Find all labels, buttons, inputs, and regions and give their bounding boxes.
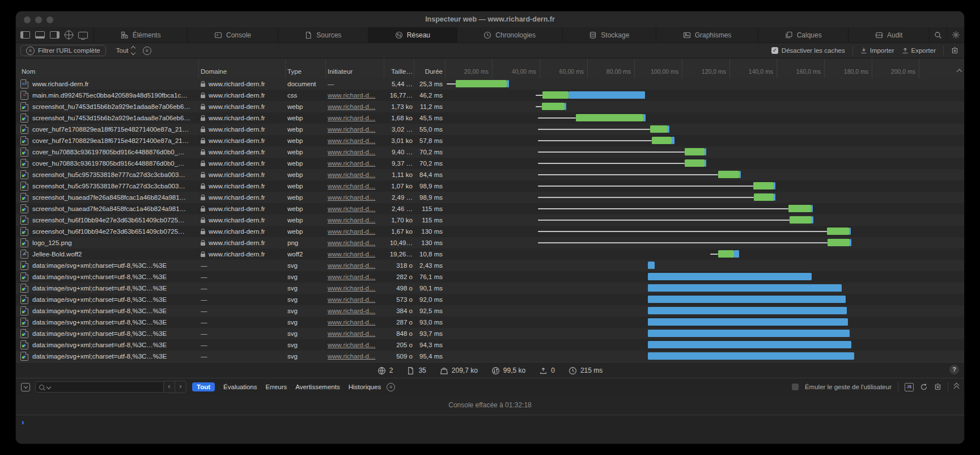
settings-button[interactable] xyxy=(947,27,964,43)
column-header-duree[interactable]: Durée xyxy=(414,68,443,75)
javascript-context-icon[interactable]: JS xyxy=(905,383,914,391)
import-button[interactable]: Importer xyxy=(860,47,894,54)
waterfall-wait-line xyxy=(538,151,685,153)
console-scope-avertissements[interactable]: Avertissements xyxy=(295,384,340,390)
timeline-tick-label: 120,0 ms xyxy=(684,68,726,75)
disable-caches-checkbox[interactable]: ✓ xyxy=(771,47,778,54)
export-icon xyxy=(902,47,909,54)
help-button[interactable]: ? xyxy=(949,365,959,374)
table-row[interactable]: screenshot_hu6f10bb94e27e3d63b651409cb07… xyxy=(16,226,964,237)
tab-timelines[interactable]: Chronologies xyxy=(457,27,563,43)
dock-right-icon[interactable] xyxy=(50,31,60,39)
previous-result-button[interactable]: ‹ xyxy=(164,381,175,393)
column-header-initiateur[interactable]: Initiateur xyxy=(328,68,353,75)
tab-audit[interactable]: Audit xyxy=(849,27,930,43)
console-scope-historiques[interactable]: Historiques xyxy=(349,384,381,390)
tab-sources[interactable]: Sources xyxy=(278,27,368,43)
waterfall-cell xyxy=(16,101,964,112)
table-row[interactable]: screenshot_hu7453d15b6b2a929e1adaa8e7a06… xyxy=(16,101,964,112)
emulate-user-gesture-checkbox[interactable] xyxy=(792,384,799,390)
url-filter-input[interactable]: ≡ Filtrer l'URL complète xyxy=(20,45,106,56)
table-row[interactable]: screenshot_hu5c957353818e777ca27d3c3cba0… xyxy=(16,180,964,192)
table-row[interactable]: data:image/svg+xml;charset=utf-8,%3C…%3E… xyxy=(16,294,964,305)
waterfall-transfer-bar xyxy=(734,250,739,258)
tab-elements[interactable]: Éléments xyxy=(94,27,188,43)
table-row[interactable]: ≡main.min.d9924575ec0bba420589a48d5190fb… xyxy=(16,90,964,101)
resource-type-value: Tout xyxy=(116,47,129,54)
console-scope-tout[interactable]: Tout xyxy=(192,382,215,391)
table-row[interactable]: screenshot_huaead7fe26a8458fcac1a46b824a… xyxy=(16,203,964,214)
waterfall-wait-line xyxy=(536,106,542,107)
resource-type-select[interactable]: Tout xyxy=(116,47,135,54)
table-row[interactable]: screenshot_hu5c957353818e777ca27d3c3cba0… xyxy=(16,169,964,180)
network-requests-table: <>www.richard-dern.frwww.richard-dern.fr… xyxy=(16,78,964,362)
table-row[interactable]: screenshot_huaead7fe26a8458fcac1a46b824a… xyxy=(16,192,964,203)
dock-bottom-icon[interactable] xyxy=(35,31,45,39)
timeline-tick-label: 180,0 ms xyxy=(826,68,868,75)
waterfall-response-bar xyxy=(576,114,643,121)
tab-graphics[interactable]: Graphismes xyxy=(656,27,758,43)
divider xyxy=(852,46,853,55)
waterfall-transfer-bar xyxy=(648,273,812,280)
table-row[interactable]: data:image/svg+xml;charset=utf-8,%3C…%3E… xyxy=(16,305,964,317)
filter-options-icon[interactable]: ≡ xyxy=(143,47,151,55)
table-row[interactable]: AJellee-Bold.woff2www.richard-dern.frwof… xyxy=(16,248,964,260)
waterfall-response-bar xyxy=(718,171,739,178)
table-row[interactable]: logo_125.pngwww.richard-dern.frpngwww.ri… xyxy=(16,237,964,248)
console-prompt-row[interactable]: › xyxy=(16,415,964,431)
waterfall-response-bar xyxy=(456,80,507,87)
console-input-area[interactable] xyxy=(16,431,964,444)
console-search-input[interactable] xyxy=(35,381,164,393)
device-icon[interactable] xyxy=(78,32,88,39)
waterfall-cell xyxy=(16,124,964,135)
expand-console-icon[interactable] xyxy=(954,384,958,390)
column-header-domaine[interactable]: Domaine xyxy=(201,68,227,75)
column-header-nom[interactable]: Nom xyxy=(22,68,35,75)
column-header-taille[interactable]: Taille… xyxy=(384,68,413,75)
waterfall-transfer-bar xyxy=(774,193,775,201)
table-row[interactable]: data:image/svg+xml;charset=utf-8,%3C…%3E… xyxy=(16,283,964,294)
export-label: Exporter xyxy=(911,47,936,54)
web-inspector-window: Inspecteur web — www.richard-dern.fr Élé… xyxy=(16,11,964,444)
tab-network[interactable]: Réseau xyxy=(368,27,457,43)
dock-left-icon[interactable] xyxy=(20,31,30,39)
network-status-bar: 235209,7 ko99,5 ko0215 ms? xyxy=(16,362,964,378)
table-header: Nom Domaine Type Initiateur Taille… Duré… xyxy=(16,58,964,79)
tab-layers[interactable]: Calques xyxy=(758,27,849,43)
console-scope-évaluations[interactable]: Évaluations xyxy=(223,384,257,390)
next-result-button[interactable]: › xyxy=(175,381,186,393)
table-row[interactable]: cover_huf7e1708829ea18f6715e48271400e87a… xyxy=(16,124,964,135)
element-picker-icon[interactable] xyxy=(65,31,73,39)
table-row[interactable]: cover_hu70883c936197805bd916c4488876d0b0… xyxy=(16,146,964,158)
timelines-icon xyxy=(483,31,491,39)
search-nav-buttons: ‹ › xyxy=(164,381,186,393)
console-filter-icon[interactable]: ≡ xyxy=(387,383,395,391)
table-row[interactable]: data:image/svg+xml;charset=utf-8,%3C…%3E… xyxy=(16,351,964,362)
tab-console[interactable]: Console xyxy=(188,27,278,43)
table-row[interactable]: screenshot_hu6f10bb94e27e3d63b651409cb07… xyxy=(16,214,964,226)
clear-console-button[interactable] xyxy=(934,383,941,391)
scroll-up-icon[interactable] xyxy=(957,69,962,75)
select-arrows-icon xyxy=(131,47,135,54)
timeline-tick-line xyxy=(587,58,588,78)
table-row[interactable]: cover_huf7e1708829ea18f6715e48271400e87a… xyxy=(16,135,964,146)
table-row[interactable]: data:image/svg+xml;charset=utf-8,%3C…%3E… xyxy=(16,317,964,328)
console-scope-erreurs[interactable]: Erreurs xyxy=(266,384,287,390)
search-button[interactable] xyxy=(930,27,947,43)
column-header-type[interactable]: Type xyxy=(287,68,302,75)
document-icon xyxy=(406,366,415,375)
waterfall-transfer-bar xyxy=(849,228,851,235)
reload-icon[interactable] xyxy=(920,383,928,391)
tab-storage[interactable]: Stockage xyxy=(563,27,656,43)
clear-network-items-button[interactable] xyxy=(951,47,958,55)
table-row[interactable]: data:image/svg+xml;charset=utf-8,%3C…%3E… xyxy=(16,339,964,351)
table-row[interactable]: data:image/svg+xml;charset=utf-8,%3C…%3E… xyxy=(16,328,964,339)
column-divider xyxy=(285,58,286,78)
table-row[interactable]: data:image/svg+xml;charset=utf-8,%3C…%3E… xyxy=(16,271,964,283)
console-target-icon[interactable] xyxy=(21,383,30,391)
table-row[interactable]: data:image/svg+xml;charset=utf-8,%3C…%3E… xyxy=(16,260,964,271)
table-row[interactable]: cover_hu70883c936197805bd916c4488876d0b0… xyxy=(16,158,964,169)
export-button[interactable]: Exporter xyxy=(902,47,936,54)
table-row[interactable]: <>www.richard-dern.frwww.richard-dern.fr… xyxy=(16,78,964,90)
table-row[interactable]: screenshot_hu7453d15b6b2a929e1adaa8e7a06… xyxy=(16,112,964,124)
